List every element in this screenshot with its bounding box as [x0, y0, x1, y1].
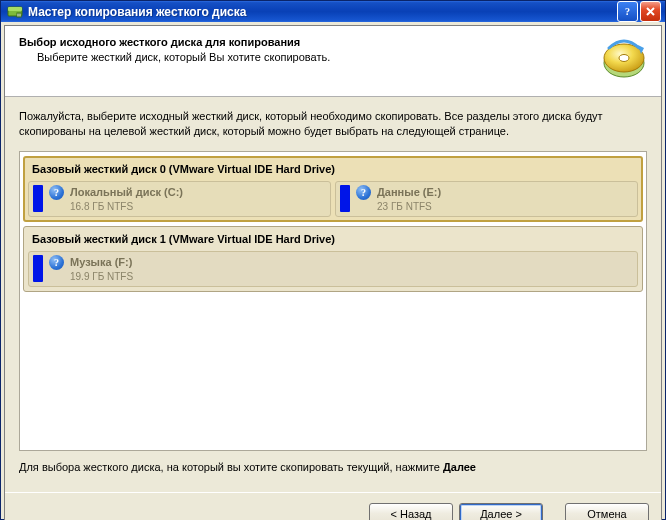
partition[interactable]: ?Локальный диск (C:)16.8 ГБ NTFS — [28, 181, 331, 217]
disk-group[interactable]: Базовый жесткий диск 1 (VMware Virtual I… — [23, 226, 643, 292]
footer-hint: Для выбора жесткого диска, на который вы… — [19, 461, 647, 473]
wizard-window: Мастер копирования жесткого диска ? Выбо… — [0, 0, 666, 520]
partition-body: ?Музыка (F:)19.9 ГБ NTFS — [49, 255, 633, 282]
help-button[interactable]: ? — [617, 1, 638, 22]
disk-title: Базовый жесткий диск 1 (VMware Virtual I… — [26, 229, 640, 251]
page-title: Выбор исходного жесткого диска для копир… — [19, 36, 593, 48]
partition-name: Музыка (F:) — [70, 256, 132, 268]
disk-title: Базовый жесткий диск 0 (VMware Virtual I… — [26, 159, 640, 181]
info-icon[interactable]: ? — [49, 255, 64, 270]
title-bar[interactable]: Мастер копирования жесткого диска ? — [1, 1, 665, 22]
info-icon[interactable]: ? — [356, 185, 371, 200]
partition-row: ?Музыка (F:)19.9 ГБ NTFS — [26, 251, 640, 289]
wizard-body: Пожалуйста, выберите исходный жесткий ди… — [5, 97, 661, 492]
partition-name: Локальный диск (C:) — [70, 186, 183, 198]
wizard-header: Выбор исходного жесткого диска для копир… — [5, 26, 661, 97]
client-area: Выбор исходного жесткого диска для копир… — [4, 25, 662, 520]
partition-name: Данные (E:) — [377, 186, 441, 198]
partition-meta: 16.8 ГБ NTFS — [70, 201, 326, 212]
button-bar: < Назад Далее > Отмена — [5, 492, 661, 520]
disk-group[interactable]: Базовый жесткий диск 0 (VMware Virtual I… — [23, 156, 643, 222]
svg-rect-1 — [8, 7, 22, 11]
partition-meta: 23 ГБ NTFS — [377, 201, 633, 212]
cancel-button[interactable]: Отмена — [565, 503, 649, 520]
footer-hint-bold: Далее — [443, 461, 476, 473]
partition-color-bar — [33, 255, 43, 282]
svg-text:?: ? — [625, 6, 630, 17]
partition-body: ?Локальный диск (C:)16.8 ГБ NTFS — [49, 185, 326, 212]
page-subtitle: Выберите жесткий диск, который Вы хотите… — [37, 51, 593, 63]
disk-list: Базовый жесткий диск 0 (VMware Virtual I… — [19, 151, 647, 451]
disc-icon — [601, 36, 647, 82]
close-button[interactable] — [640, 1, 661, 22]
window-title: Мастер копирования жесткого диска — [28, 5, 617, 19]
footer-hint-text: Для выбора жесткого диска, на который вы… — [19, 461, 443, 473]
partition-color-bar — [340, 185, 350, 212]
svg-point-6 — [619, 55, 629, 62]
partition-color-bar — [33, 185, 43, 212]
partition[interactable]: ?Музыка (F:)19.9 ГБ NTFS — [28, 251, 638, 287]
partition-meta: 19.9 ГБ NTFS — [70, 271, 633, 282]
back-button[interactable]: < Назад — [369, 503, 453, 520]
partition-body: ?Данные (E:)23 ГБ NTFS — [356, 185, 633, 212]
info-icon[interactable]: ? — [49, 185, 64, 200]
app-icon — [7, 4, 23, 20]
next-button[interactable]: Далее > — [459, 503, 543, 520]
partition[interactable]: ?Данные (E:)23 ГБ NTFS — [335, 181, 638, 217]
window-buttons: ? — [617, 1, 661, 22]
partition-row: ?Локальный диск (C:)16.8 ГБ NTFS?Данные … — [26, 181, 640, 219]
intro-text: Пожалуйста, выберите исходный жесткий ди… — [19, 109, 647, 139]
